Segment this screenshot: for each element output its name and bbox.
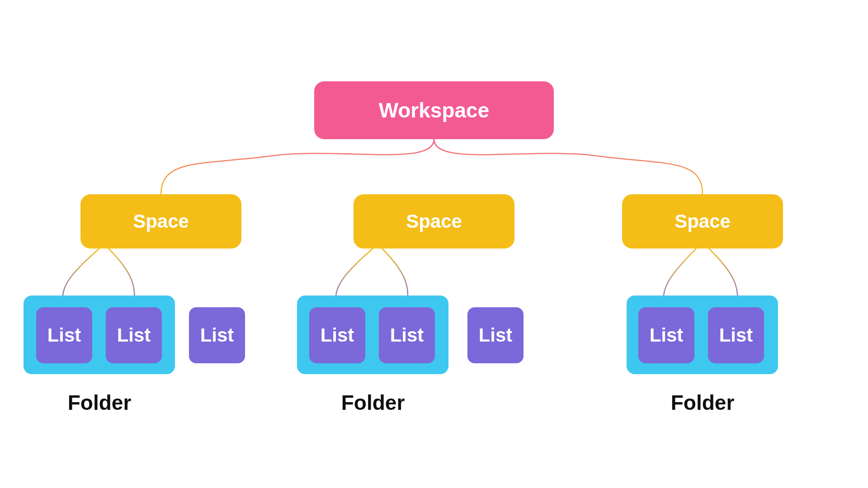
- folder-label: Folder: [328, 390, 418, 415]
- list-node: List: [467, 307, 524, 363]
- space-node: Space: [354, 194, 514, 249]
- list-node: List: [106, 307, 162, 363]
- space-label: Space: [133, 211, 189, 232]
- list-node: List: [708, 307, 764, 363]
- list-label: List: [390, 324, 424, 346]
- list-label: List: [479, 324, 513, 346]
- list-label: List: [200, 324, 234, 346]
- folder-label: Folder: [657, 390, 748, 415]
- list-label: List: [47, 324, 81, 346]
- list-node: List: [638, 307, 694, 363]
- list-node: List: [36, 307, 92, 363]
- hierarchy-diagram: Workspace Space Space Space List List Li…: [0, 0, 868, 488]
- space-node: Space: [622, 194, 783, 249]
- space-label: Space: [406, 211, 462, 232]
- workspace-label: Workspace: [379, 98, 490, 122]
- list-node: List: [309, 307, 365, 363]
- workspace-node: Workspace: [314, 81, 554, 139]
- list-label: List: [650, 324, 684, 346]
- space-label: Space: [675, 211, 731, 232]
- list-label: List: [117, 324, 151, 346]
- list-label: List: [321, 324, 354, 346]
- list-node: List: [189, 307, 245, 363]
- list-label: List: [719, 324, 753, 346]
- space-node: Space: [80, 194, 241, 249]
- folder-label: Folder: [54, 390, 145, 415]
- list-node: List: [379, 307, 435, 363]
